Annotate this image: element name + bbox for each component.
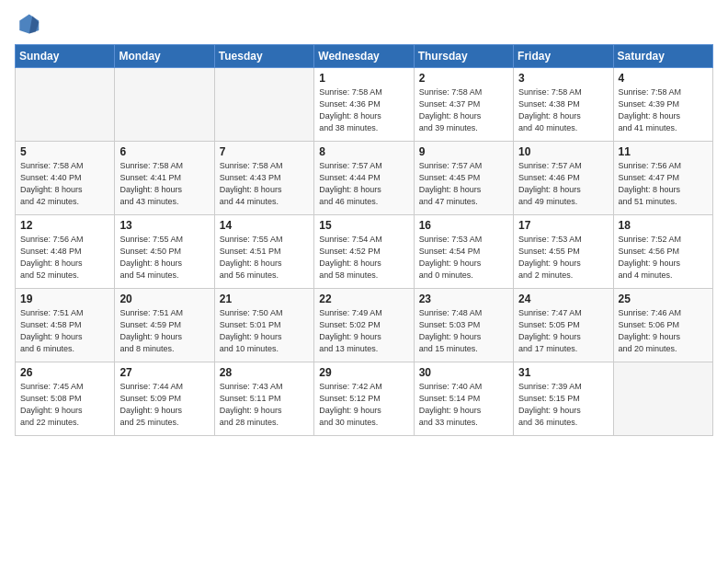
logo <box>15 11 44 37</box>
header <box>15 11 713 37</box>
day-cell: 10Sunrise: 7:57 AM Sunset: 4:46 PM Dayli… <box>514 142 613 215</box>
day-cell: 29Sunrise: 7:42 AM Sunset: 5:12 PM Dayli… <box>314 362 414 436</box>
day-cell: 8Sunrise: 7:57 AM Sunset: 4:44 PM Daylig… <box>314 142 414 215</box>
day-number: 24 <box>518 293 608 305</box>
day-number: 15 <box>319 219 408 232</box>
day-number: 11 <box>619 145 708 158</box>
day-cell: 23Sunrise: 7:48 AM Sunset: 5:03 PM Dayli… <box>414 289 513 362</box>
day-info: Sunrise: 7:50 AM Sunset: 5:01 PM Dayligh… <box>220 307 309 355</box>
day-number: 30 <box>419 366 508 379</box>
day-info: Sunrise: 7:48 AM Sunset: 5:03 PM Dayligh… <box>419 307 508 355</box>
day-cell: 2Sunrise: 7:58 AM Sunset: 4:37 PM Daylig… <box>414 68 513 142</box>
day-info: Sunrise: 7:49 AM Sunset: 5:02 PM Dayligh… <box>319 307 408 355</box>
day-number: 14 <box>220 219 309 232</box>
day-cell: 18Sunrise: 7:52 AM Sunset: 4:56 PM Dayli… <box>613 215 712 289</box>
day-info: Sunrise: 7:58 AM Sunset: 4:38 PM Dayligh… <box>518 86 608 134</box>
day-number: 20 <box>119 293 209 305</box>
day-cell: 28Sunrise: 7:43 AM Sunset: 5:11 PM Dayli… <box>214 362 313 436</box>
day-number: 27 <box>119 366 209 379</box>
day-number: 5 <box>20 145 109 158</box>
day-cell: 21Sunrise: 7:50 AM Sunset: 5:01 PM Dayli… <box>214 289 313 362</box>
day-number: 4 <box>619 72 708 85</box>
day-cell: 3Sunrise: 7:58 AM Sunset: 4:38 PM Daylig… <box>514 68 613 142</box>
day-cell: 4Sunrise: 7:58 AM Sunset: 4:39 PM Daylig… <box>613 68 712 142</box>
day-info: Sunrise: 7:39 AM Sunset: 5:15 PM Dayligh… <box>518 381 608 429</box>
day-cell: 14Sunrise: 7:55 AM Sunset: 4:51 PM Dayli… <box>214 215 313 289</box>
day-info: Sunrise: 7:58 AM Sunset: 4:41 PM Dayligh… <box>119 160 209 208</box>
weekday-header-wednesday: Wednesday <box>314 45 414 68</box>
day-cell: 16Sunrise: 7:53 AM Sunset: 4:54 PM Dayli… <box>414 215 513 289</box>
day-cell: 26Sunrise: 7:45 AM Sunset: 5:08 PM Dayli… <box>16 362 115 436</box>
day-info: Sunrise: 7:46 AM Sunset: 5:06 PM Dayligh… <box>619 307 708 355</box>
day-info: Sunrise: 7:58 AM Sunset: 4:40 PM Dayligh… <box>20 160 109 208</box>
day-cell: 13Sunrise: 7:55 AM Sunset: 4:50 PM Dayli… <box>115 215 214 289</box>
day-number: 25 <box>619 293 708 305</box>
day-cell: 31Sunrise: 7:39 AM Sunset: 5:15 PM Dayli… <box>514 362 613 436</box>
day-number: 21 <box>220 293 309 305</box>
day-info: Sunrise: 7:45 AM Sunset: 5:08 PM Dayligh… <box>20 381 109 429</box>
day-info: Sunrise: 7:42 AM Sunset: 5:12 PM Dayligh… <box>319 381 408 429</box>
day-number: 2 <box>419 72 508 85</box>
day-info: Sunrise: 7:40 AM Sunset: 5:14 PM Dayligh… <box>419 381 508 429</box>
day-cell: 5Sunrise: 7:58 AM Sunset: 4:40 PM Daylig… <box>16 142 115 215</box>
day-info: Sunrise: 7:57 AM Sunset: 4:46 PM Dayligh… <box>518 160 608 208</box>
week-row-5: 26Sunrise: 7:45 AM Sunset: 5:08 PM Dayli… <box>16 362 713 436</box>
day-number: 16 <box>419 219 508 232</box>
day-cell: 6Sunrise: 7:58 AM Sunset: 4:41 PM Daylig… <box>115 142 214 215</box>
day-number: 17 <box>518 219 608 232</box>
day-info: Sunrise: 7:55 AM Sunset: 4:51 PM Dayligh… <box>220 234 309 282</box>
day-cell: 27Sunrise: 7:44 AM Sunset: 5:09 PM Dayli… <box>115 362 214 436</box>
page: SundayMondayTuesdayWednesdayThursdayFrid… <box>0 0 728 563</box>
day-number: 12 <box>20 219 109 232</box>
day-number: 19 <box>20 293 109 305</box>
weekday-header-monday: Monday <box>115 45 214 68</box>
day-number: 10 <box>518 145 608 158</box>
day-cell: 7Sunrise: 7:58 AM Sunset: 4:43 PM Daylig… <box>214 142 313 215</box>
day-cell: 17Sunrise: 7:53 AM Sunset: 4:55 PM Dayli… <box>514 215 613 289</box>
day-cell: 30Sunrise: 7:40 AM Sunset: 5:14 PM Dayli… <box>414 362 513 436</box>
week-row-2: 5Sunrise: 7:58 AM Sunset: 4:40 PM Daylig… <box>16 142 713 215</box>
weekday-header-thursday: Thursday <box>414 45 513 68</box>
day-cell: 24Sunrise: 7:47 AM Sunset: 5:05 PM Dayli… <box>514 289 613 362</box>
day-info: Sunrise: 7:58 AM Sunset: 4:37 PM Dayligh… <box>419 86 508 134</box>
day-number: 3 <box>518 72 608 85</box>
day-number: 28 <box>220 366 309 379</box>
day-number: 18 <box>619 219 708 232</box>
day-info: Sunrise: 7:54 AM Sunset: 4:52 PM Dayligh… <box>319 234 408 282</box>
day-info: Sunrise: 7:47 AM Sunset: 5:05 PM Dayligh… <box>518 307 608 355</box>
day-cell: 9Sunrise: 7:57 AM Sunset: 4:45 PM Daylig… <box>414 142 513 215</box>
day-number: 23 <box>419 293 508 305</box>
week-row-4: 19Sunrise: 7:51 AM Sunset: 4:58 PM Dayli… <box>16 289 713 362</box>
day-cell <box>613 362 712 436</box>
day-number: 13 <box>119 219 209 232</box>
day-info: Sunrise: 7:53 AM Sunset: 4:54 PM Dayligh… <box>419 234 508 282</box>
day-info: Sunrise: 7:43 AM Sunset: 5:11 PM Dayligh… <box>220 381 309 429</box>
day-info: Sunrise: 7:51 AM Sunset: 4:58 PM Dayligh… <box>20 307 109 355</box>
day-number: 31 <box>518 366 608 379</box>
day-info: Sunrise: 7:58 AM Sunset: 4:43 PM Dayligh… <box>220 160 309 208</box>
day-cell: 22Sunrise: 7:49 AM Sunset: 5:02 PM Dayli… <box>314 289 414 362</box>
day-info: Sunrise: 7:57 AM Sunset: 4:44 PM Dayligh… <box>319 160 408 208</box>
day-info: Sunrise: 7:57 AM Sunset: 4:45 PM Dayligh… <box>419 160 508 208</box>
day-cell: 19Sunrise: 7:51 AM Sunset: 4:58 PM Dayli… <box>16 289 115 362</box>
day-cell: 12Sunrise: 7:56 AM Sunset: 4:48 PM Dayli… <box>16 215 115 289</box>
day-cell: 1Sunrise: 7:58 AM Sunset: 4:36 PM Daylig… <box>314 68 414 142</box>
day-number: 26 <box>20 366 109 379</box>
day-info: Sunrise: 7:56 AM Sunset: 4:48 PM Dayligh… <box>20 234 109 282</box>
day-cell: 20Sunrise: 7:51 AM Sunset: 4:59 PM Dayli… <box>115 289 214 362</box>
day-info: Sunrise: 7:55 AM Sunset: 4:50 PM Dayligh… <box>119 234 209 282</box>
day-cell: 25Sunrise: 7:46 AM Sunset: 5:06 PM Dayli… <box>613 289 712 362</box>
day-cell: 11Sunrise: 7:56 AM Sunset: 4:47 PM Dayli… <box>613 142 712 215</box>
day-number: 9 <box>419 145 508 158</box>
day-info: Sunrise: 7:51 AM Sunset: 4:59 PM Dayligh… <box>119 307 209 355</box>
day-cell <box>16 68 115 142</box>
day-number: 6 <box>119 145 209 158</box>
week-row-1: 1Sunrise: 7:58 AM Sunset: 4:36 PM Daylig… <box>16 68 713 142</box>
weekday-header-saturday: Saturday <box>613 45 712 68</box>
day-info: Sunrise: 7:58 AM Sunset: 4:39 PM Dayligh… <box>619 86 708 134</box>
day-info: Sunrise: 7:53 AM Sunset: 4:55 PM Dayligh… <box>518 234 608 282</box>
week-row-3: 12Sunrise: 7:56 AM Sunset: 4:48 PM Dayli… <box>16 215 713 289</box>
calendar: SundayMondayTuesdayWednesdayThursdayFrid… <box>15 44 713 436</box>
day-number: 1 <box>319 72 408 85</box>
day-info: Sunrise: 7:52 AM Sunset: 4:56 PM Dayligh… <box>619 234 708 282</box>
